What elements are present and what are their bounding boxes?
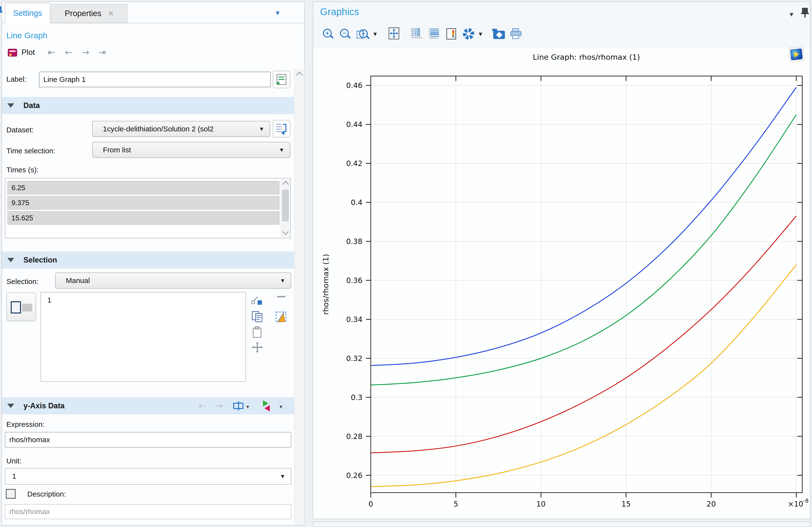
settings-pin-icon[interactable] [0,6,3,17]
series-curve-2 [371,115,796,385]
list-item[interactable]: 15.625 [7,211,279,225]
chevron-down-icon: ▼ [280,473,285,480]
collapse-icon [7,258,14,262]
color-legend-icon[interactable] [446,28,456,40]
selection-listbox[interactable]: 1 [41,292,246,382]
node-title: Line Graph [6,31,47,40]
chevron-down-icon: ▼ [259,126,264,132]
insert-expression-caret-icon[interactable]: ▾ [279,404,282,410]
zoom-extents-icon[interactable] [388,27,400,40]
scroll-down-icon[interactable] [282,228,289,235]
bottom-panel-strip[interactable] [313,522,811,527]
close-icon[interactable]: ✕ [108,9,114,18]
paste-selection-icon[interactable] [251,326,263,338]
dataset-label: Dataset: [6,126,34,134]
scrollbar-thumb[interactable] [282,190,289,221]
x-tick-label: 20 [707,500,716,508]
zoom-out-icon[interactable]: − [339,28,352,41]
tab-properties-label: Properties [64,9,101,18]
expression-back-icon[interactable]: ← [199,401,206,411]
section-data-header[interactable]: Data [2,97,294,114]
zoom-box-caret-icon[interactable]: ▼ [372,31,378,37]
chevron-down-icon: ▼ [280,277,285,284]
plot-previous-icon[interactable]: ← [65,47,72,57]
plot-first-icon[interactable]: ⇤ [48,47,55,57]
plot-last-icon[interactable]: ⇥ [99,47,106,57]
description-input[interactable] [5,504,291,519]
section-y-axis-header[interactable]: y-Axis Data [2,397,294,415]
y-axis-log-icon[interactable] [428,27,440,40]
scroll-up-icon[interactable] [296,72,303,78]
x-tick-label: 0 [368,500,373,508]
section-y-axis-title: y-Axis Data [24,402,64,410]
tab-properties[interactable]: Properties ✕ [51,4,128,23]
camera-icon[interactable] [493,28,505,41]
unit-value: 1 [12,472,280,480]
x-axis-log-icon[interactable] [410,27,422,40]
unit-combobox[interactable]: 1 ▼ [5,468,291,485]
list-item[interactable]: 6.25 [7,181,279,195]
y-tick-label: 0.38 [346,237,362,246]
line-chart[interactable]: 051015200.460.440.420.40.380.360.340.320… [318,69,811,508]
x-tick-label: 5 [453,500,458,508]
zoom-box-icon[interactable]: + [357,28,369,41]
label-input[interactable] [39,72,271,87]
time-selection-combobox[interactable]: From list ▼ [92,142,290,158]
time-value: 15.625 [12,214,33,222]
settings-menu-caret-icon[interactable]: ▼ [274,9,281,17]
go-to-source-icon [276,123,287,134]
selection-bar-icon [22,304,32,312]
label-field-label: Label: [6,75,26,84]
expression-forward-icon[interactable]: → [216,401,223,411]
dataset-value: 1cycle-delithiation/Solution 2 (sol2 [103,125,259,133]
plot-node-icon [8,49,17,57]
selection-item[interactable]: 1 [47,296,52,304]
selection-combobox[interactable]: Manual ▼ [55,272,291,289]
y-tick-label: 0.44 [346,120,362,129]
y-axis-label: rhos/rhomax (1) [321,254,330,315]
graphics-panel-title: Graphics [320,6,359,17]
graphics-pin-icon[interactable] [801,8,809,18]
collapse-icon [7,404,14,408]
time-value: 9.375 [12,199,29,207]
graphics-selection-toggle[interactable] [6,292,36,321]
x-axis-multiplier: ×10-8 [788,498,809,508]
x-tick-label: 10 [536,500,546,508]
go-to-source-button[interactable] [273,120,290,137]
description-label: Description: [27,490,66,498]
settings-panel: Settings Properties ✕ ▼ Line Graph Plot … [1,1,305,526]
replace-expression-icon[interactable] [233,403,243,409]
y-tick-label: 0.32 [346,354,362,363]
print-icon[interactable] [510,28,522,40]
x-tick-label: 15 [622,500,631,508]
insert-expression-icon[interactable] [262,400,272,411]
scroll-up-icon[interactable] [282,181,289,187]
section-selection-header[interactable]: Selection [2,252,294,269]
y-tick-label: 0.36 [346,276,362,285]
list-item[interactable]: 9.375 [7,196,279,210]
tab-settings[interactable]: Settings [5,3,50,24]
move-selection-icon[interactable] [251,341,263,353]
plot-next-icon[interactable]: → [82,47,89,57]
plot-button[interactable]: Plot [21,48,35,57]
copy-selection-icon[interactable] [251,311,263,323]
image-snapshot-icon[interactable] [463,28,474,40]
replace-expression-caret-icon[interactable]: ▾ [246,404,249,410]
dataset-combobox[interactable]: 1cycle-delithiation/Solution 2 (sol2 ▼ [92,121,270,137]
selection-label: Selection: [6,277,39,286]
snapshot-caret-icon[interactable]: ▼ [478,31,483,37]
settings-scrollbar[interactable] [294,69,304,525]
expression-input[interactable] [5,432,291,448]
times-scrollbar[interactable] [281,179,290,237]
graphics-menu-caret-icon[interactable]: ▼ [788,11,795,18]
description-checkbox[interactable] [6,489,16,499]
edit-label-button[interactable] [273,71,290,88]
remove-icon[interactable] [277,296,285,297]
unit-label: Unit: [6,457,21,465]
y-tick-label: 0.42 [346,159,362,168]
active-selection-icon[interactable] [275,311,287,323]
create-selection-icon[interactable] [251,295,263,307]
selection-box-icon [11,301,21,314]
zoom-in-icon[interactable]: + [322,28,335,41]
times-listbox[interactable]: 6.25 9.375 15.625 [5,178,291,238]
